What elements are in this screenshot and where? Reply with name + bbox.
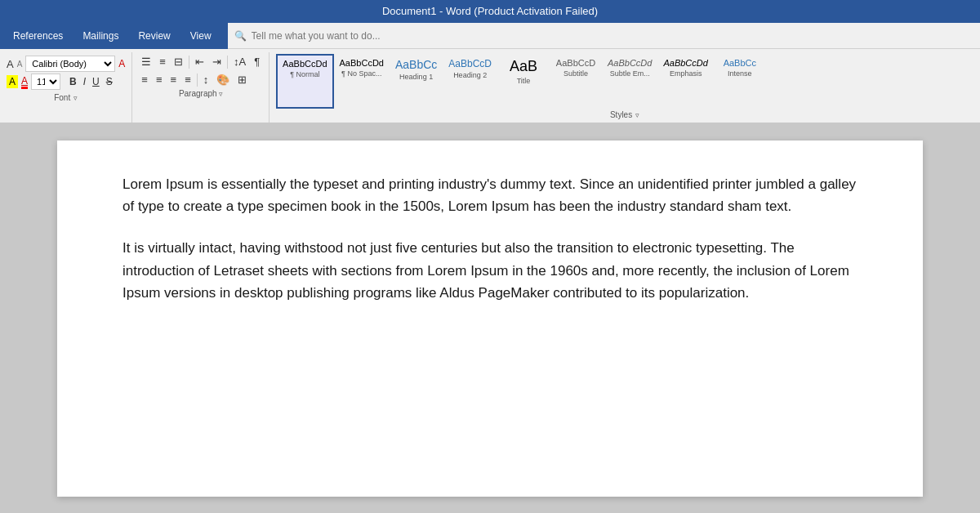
highlight-icon: A [7,75,18,88]
title-bar: Document1 - Word (Product Activation Fai… [0,0,980,23]
search-bar: 🔍 [228,23,980,49]
styles-dialog-launcher[interactable]: ▿ [635,111,639,119]
paragraph-0: Lorem Ipsum is essentially the typeset a… [122,173,858,217]
style-sample-3: AaBbCcD [448,58,492,69]
font-clear-icon: A [118,58,125,69]
tab-references[interactable]: References [3,23,73,49]
style-sample-2: AaBbCc [395,58,437,71]
style-item-3[interactable]: AaBbCcD Heading 2 [443,54,497,109]
borders-button[interactable]: ⊞ [235,72,249,87]
style-sample-8: AaBbCc [724,58,756,68]
paragraph-bottom-row: ≡ ≡ ≡ ≡ ↕ 🎨 ⊞ [139,72,262,87]
paragraph-1: It is virtually intact, having withstood… [122,237,858,304]
style-label-0: ¶ Normal [290,70,319,78]
font-row-1: A A Calibri (Body) A [7,56,125,72]
title-text: Document1 - Word (Product Activation Fai… [382,5,598,17]
style-sample-0: AaBbCcDd [283,59,327,69]
font-controls: A A Calibri (Body) A A A 11 B [7,56,125,90]
numbering-button[interactable]: ≡ [157,54,168,69]
style-item-1[interactable]: AaBbCcDd ¶ No Spac... [334,54,390,109]
tab-review[interactable]: Review [128,23,180,49]
font-size-increase-icon: A [7,58,14,70]
tab-view[interactable]: View [180,23,221,49]
style-label-8: Intense [728,69,752,78]
search-icon: 🔍 [234,30,247,42]
underline-button[interactable]: U [90,75,102,88]
document-page: Lorem Ipsum is essentially the typeset a… [57,141,923,497]
align-left-button[interactable]: ≡ [139,72,150,87]
paragraph-label: Paragraph [179,89,217,98]
document-area: Lorem Ipsum is essentially the typeset a… [0,124,980,513]
paragraph-label-row: Paragraph ▿ [179,89,223,98]
style-sample-6: AaBbCcDd [608,58,652,68]
multilevel-button[interactable]: ⊟ [172,54,185,69]
strikethrough-button[interactable]: S [104,75,115,88]
style-label-3: Heading 2 [453,71,487,79]
styles-label-text: Styles [610,110,632,119]
style-sample-7: AaBbCcDd [663,58,707,68]
shading-button[interactable]: 🎨 [214,72,232,87]
line-spacing-button[interactable]: ↕ [201,72,212,87]
style-sample-5: AaBbCcD [556,58,595,68]
paragraph-dialog-launcher[interactable]: ▿ [219,90,223,98]
style-sample-1: AaBbCcDd [340,58,384,68]
bold-button[interactable]: B [67,75,79,88]
style-label-2: Heading 1 [399,73,433,81]
align-right-button[interactable]: ≡ [168,72,180,87]
style-item-6[interactable]: AaBbCcDd Subtle Em... [602,54,657,109]
font-color-icon: A [21,75,28,89]
style-item-7[interactable]: AaBbCcDd Emphasis [657,54,713,109]
style-label-7: Emphasis [670,69,702,78]
ribbon: A A Calibri (Body) A A A 11 B [0,49,980,124]
style-item-2[interactable]: AaBbCc Heading 1 [390,54,443,109]
paragraph-top-row: ☰ ≡ ⊟ ⇤ ⇥ ↕A ¶ [139,54,262,69]
font-size-label: A [17,60,23,69]
app-window: Document1 - Word (Product Activation Fai… [0,0,980,513]
styles-label: Styles ▿ [276,109,973,121]
justify-button[interactable]: ≡ [182,72,194,87]
style-item-0[interactable]: AaBbCcDd ¶ Normal [276,54,333,109]
font-row-2: A A 11 B I U S [7,74,125,90]
decrease-indent-button[interactable]: ⇤ [193,54,207,69]
style-item-8[interactable]: AaBbCc Intense [714,54,766,109]
font-name-select[interactable]: Calibri (Body) [25,56,115,72]
font-dialog-launcher[interactable]: ▿ [74,94,78,102]
style-sample-4: AaB [510,58,537,75]
tab-mailings[interactable]: Mailings [73,23,128,49]
style-label-1: ¶ No Spac... [341,69,381,78]
paragraph-group: ☰ ≡ ⊟ ⇤ ⇥ ↕A ¶ ≡ ≡ ≡ ≡ ↕ 🎨 [136,52,270,123]
style-label-6: Subtle Em... [610,69,650,78]
style-item-4[interactable]: AaB Title [497,54,550,109]
styles-group: AaBbCcDd ¶ Normal AaBbCcDd ¶ No Spac... … [273,52,977,123]
ribbon-tabs: References Mailings Review View 🔍 [0,23,980,49]
italic-button[interactable]: I [81,75,88,88]
style-label-4: Title [517,77,531,85]
font-group: A A Calibri (Body) A A A 11 B [3,52,132,123]
font-group-label: Font ▿ [7,91,125,102]
font-size-select[interactable]: 11 [31,74,60,90]
styles-row: AaBbCcDd ¶ Normal AaBbCcDd ¶ No Spac... … [276,54,973,109]
bullets-button[interactable]: ☰ [139,54,154,69]
style-label-5: Subtitle [564,69,588,78]
show-formatting-button[interactable]: ¶ [252,54,262,69]
increase-indent-button[interactable]: ⇥ [210,54,224,69]
font-label-text: Font [54,93,70,102]
search-input[interactable] [252,30,431,42]
align-center-button[interactable]: ≡ [154,72,165,87]
sort-button[interactable]: ↕A [231,54,248,69]
style-item-5[interactable]: AaBbCcD Subtitle [550,54,602,109]
